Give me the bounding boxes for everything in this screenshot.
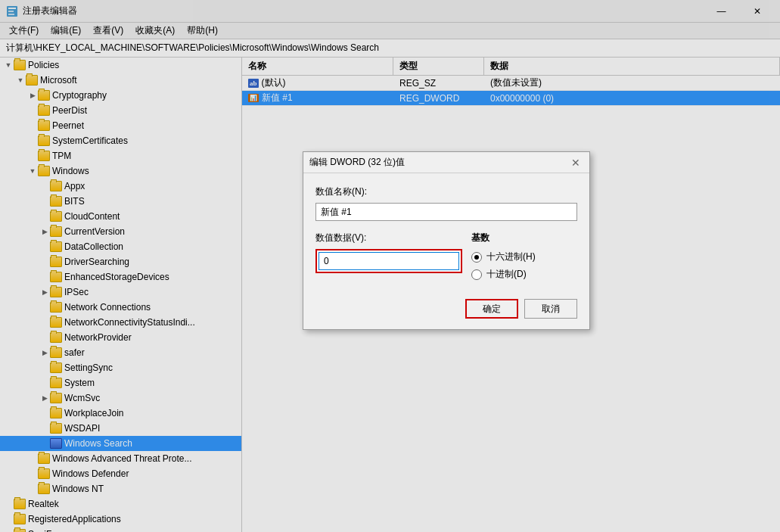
ok-button[interactable]: 确定 bbox=[465, 299, 518, 319]
radio-dec[interactable]: 十进制(D) bbox=[471, 268, 577, 281]
dialog-close-button[interactable]: ✕ bbox=[568, 155, 583, 170]
dialog-body: 数值名称(N): 数值数据(V): 基数 十六进制(H) bbox=[303, 173, 589, 293]
base-label: 基数 bbox=[471, 232, 577, 244]
dialog-footer: 确定 取消 bbox=[303, 293, 589, 329]
radio-hex[interactable]: 十六进制(H) bbox=[471, 250, 577, 263]
value-input-wrapper bbox=[315, 249, 462, 273]
dialog-title: 编辑 DWORD (32 位)值 bbox=[309, 156, 405, 169]
value-section: 数值数据(V): bbox=[315, 232, 462, 273]
radio-dec-label: 十进制(D) bbox=[486, 268, 527, 281]
radio-group: 十六进制(H) 十进制(D) bbox=[471, 250, 577, 281]
cancel-button[interactable]: 取消 bbox=[524, 299, 577, 319]
radio-dec-circle bbox=[471, 269, 482, 280]
value-label: 数值数据(V): bbox=[315, 232, 462, 244]
base-section: 基数 十六进制(H) 十进制(D) bbox=[471, 232, 577, 281]
radio-hex-label: 十六进制(H) bbox=[486, 250, 536, 263]
modal-overlay: 编辑 DWORD (32 位)值 ✕ 数值名称(N): 数值数据(V): 基数 bbox=[0, 0, 780, 532]
dialog-title-bar: 编辑 DWORD (32 位)值 ✕ bbox=[303, 152, 589, 173]
radio-hex-circle bbox=[471, 252, 482, 263]
dialog-value-row: 数值数据(V): 基数 十六进制(H) 十进制(D) bbox=[315, 232, 577, 281]
value-input[interactable] bbox=[319, 252, 459, 270]
edit-dword-dialog: 编辑 DWORD (32 位)值 ✕ 数值名称(N): 数值数据(V): 基数 bbox=[303, 151, 590, 330]
name-label: 数值名称(N): bbox=[315, 185, 577, 198]
name-input[interactable] bbox=[315, 203, 577, 221]
